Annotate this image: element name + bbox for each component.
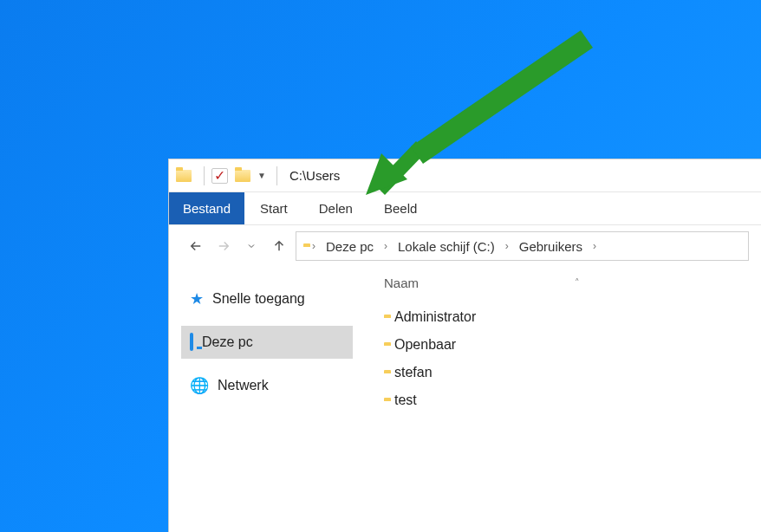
ribbon-tabs: Bestand Start Delen Beeld (169, 192, 761, 225)
address-bar[interactable]: › Deze pc › Lokale schijf (C:) › Gebruik… (296, 231, 749, 261)
list-item[interactable]: stefan (384, 359, 761, 386)
list-item[interactable]: test (384, 386, 761, 414)
sidebar-item-label: Netwerk (218, 378, 269, 393)
column-header-name[interactable]: Naam ˄ (384, 267, 761, 298)
chevron-right-icon[interactable]: › (588, 240, 602, 252)
file-name: stefan (394, 365, 433, 380)
sidebar-item-label: Snelle toegang (212, 291, 305, 307)
history-dropdown-icon[interactable] (240, 235, 263, 257)
file-list: Administrator Openbaar stefan test (384, 298, 761, 414)
monitor-icon (190, 334, 193, 350)
sidebar-item-network[interactable]: 🌐 Netwerk (181, 369, 353, 402)
file-explorer-window: ✓ ▼ C:\Users Bestand Start Delen Beeld ›… (168, 159, 761, 532)
qat-dropdown-icon[interactable]: ▼ (257, 171, 266, 180)
folder-icon (176, 170, 192, 182)
file-list-pane: Naam ˄ Administrator Openbaar stefan (361, 267, 761, 532)
column-header-label: Naam (384, 276, 419, 290)
globe-icon: 🌐 (190, 376, 209, 395)
divider (204, 166, 205, 185)
file-name: test (394, 393, 417, 408)
up-button[interactable] (268, 235, 290, 257)
forward-button[interactable] (212, 235, 235, 257)
sidebar-item-quick-access[interactable]: ★ Snelle toegang (181, 282, 353, 315)
star-icon: ★ (190, 289, 204, 308)
sort-indicator-icon: ˄ (575, 277, 580, 289)
list-item[interactable]: Openbaar (384, 331, 761, 359)
breadcrumb-drive-c[interactable]: Lokale schijf (C:) (396, 237, 497, 256)
tab-file[interactable]: Bestand (169, 192, 244, 224)
window-title: C:\Users (289, 168, 340, 183)
new-folder-icon[interactable] (235, 170, 250, 182)
tab-share[interactable]: Delen (303, 192, 368, 224)
breadcrumb-this-pc[interactable]: Deze pc (324, 237, 375, 256)
chevron-right-icon[interactable]: › (500, 240, 514, 252)
list-item[interactable]: Administrator (384, 303, 761, 331)
tab-view[interactable]: Beeld (368, 192, 433, 224)
properties-icon[interactable]: ✓ (211, 168, 228, 184)
sidebar-item-label: Deze pc (202, 334, 253, 350)
breadcrumb-users[interactable]: Gebruikers (517, 237, 584, 256)
navigation-pane: ★ Snelle toegang Deze pc 🌐 Netwerk (169, 267, 361, 532)
sidebar-item-this-pc[interactable]: Deze pc (181, 326, 353, 359)
divider (276, 166, 277, 185)
tab-home[interactable]: Start (244, 192, 303, 224)
file-name: Administrator (394, 309, 476, 325)
file-name: Openbaar (394, 337, 456, 353)
content-area: ★ Snelle toegang Deze pc 🌐 Netwerk Naam … (169, 267, 761, 532)
back-button[interactable] (185, 235, 207, 257)
titlebar: ✓ ▼ C:\Users (169, 159, 761, 192)
nav-row: › Deze pc › Lokale schijf (C:) › Gebruik… (169, 225, 761, 267)
chevron-right-icon[interactable]: › (379, 240, 393, 252)
